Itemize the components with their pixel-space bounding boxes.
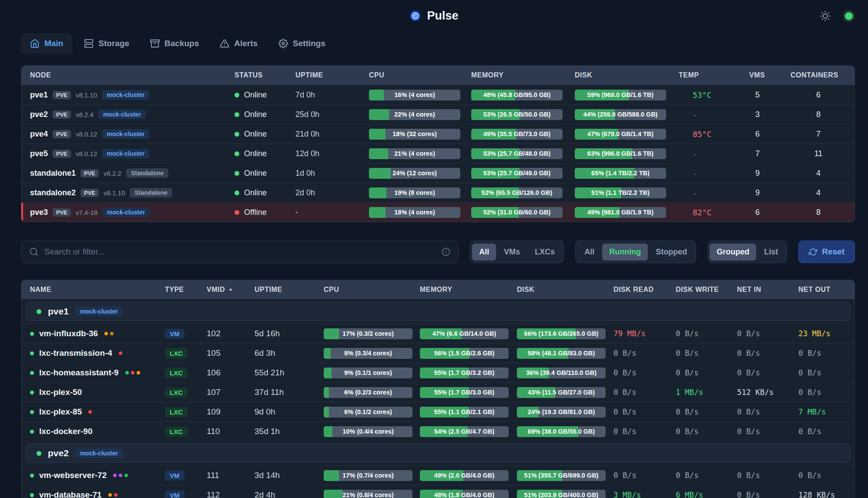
guest-disk-read: 0 B/s — [613, 349, 676, 358]
guests-col-header-type[interactable]: TYPE — [165, 286, 207, 294]
node-name-cell: standalone1PVEv8.2.2Standalone — [30, 168, 235, 178]
guest-net-in: 0 B/s — [737, 408, 798, 416]
nodes-col-header-disk[interactable]: DISK — [575, 71, 679, 79]
tab-storage[interactable]: Storage — [75, 33, 138, 53]
node-disk-bar: 65% (1.4 TB/2.2 TB) — [575, 168, 666, 179]
node-row[interactable]: pve2PVEv8.2.4mock-clusterOnline25d 0h22%… — [21, 104, 855, 124]
guest-disk-bar: 58% (48.1 GB/83.0 GB) — [517, 348, 606, 359]
tab-settings[interactable]: Settings — [269, 33, 335, 53]
tag-dot — [131, 371, 134, 374]
filter-type-lxcs[interactable]: LXCs — [528, 244, 562, 261]
node-row[interactable]: pve5PVEv8.0.12mock-clusterOnline12d 0h21… — [21, 144, 855, 163]
nodes-col-header-memory[interactable]: MEMORY — [471, 71, 575, 79]
guest-memory-bar: 55% (1.1 GB/2.1 GB) — [420, 407, 509, 418]
guest-net-in: 0 B/s — [737, 471, 798, 480]
guests-col-header-disk-write[interactable]: DISK WRITE — [676, 286, 737, 294]
guest-net-out: 128 KB/s — [798, 491, 846, 498]
reset-button[interactable]: Reset — [798, 241, 855, 263]
node-row[interactable]: pve4PVEv8.0.12mock-clusterOnline21d 0h18… — [21, 124, 855, 144]
node-row[interactable]: standalone2PVEv8.1.10StandaloneOnline2d … — [21, 183, 855, 202]
tab-alerts[interactable]: Alerts — [211, 33, 267, 53]
info-icon[interactable] — [442, 247, 450, 256]
nodes-col-header-temp[interactable]: TEMP — [679, 71, 749, 79]
app-logo: Pulse — [409, 9, 458, 23]
guest-name: vm-database-71 — [39, 490, 102, 498]
nodes-col-header-node[interactable]: NODE — [30, 71, 235, 79]
node-uptime: 7d 0h — [295, 90, 369, 100]
tag-dot — [124, 474, 128, 477]
node-row[interactable]: standalone1PVEv8.2.2StandaloneOnline1d 0… — [21, 163, 855, 183]
nodes-table-card: NODESTATUSUPTIMECPUMEMORYDISKTEMPVMSCONT… — [21, 65, 855, 222]
guest-memory-bar: 49% (2.0 GB/4.0 GB) — [420, 470, 509, 481]
guest-row[interactable]: lxc-transmission-4LXC1056d 3h8% (0.3/4 c… — [21, 343, 855, 363]
guest-name-cell: vm-webserver-72 — [30, 471, 165, 480]
guests-col-header-uptime[interactable]: UPTIME — [255, 286, 324, 294]
guest-name: lxc-transmission-4 — [39, 348, 112, 358]
guest-disk-write: 0 B/s — [676, 368, 737, 377]
nodes-col-header-cpu[interactable]: CPU — [369, 71, 471, 79]
nodes-table-header: NODESTATUSUPTIMECPUMEMORYDISKTEMPVMSCONT… — [21, 66, 855, 85]
node-containers-count: 4 — [791, 169, 846, 178]
filter-state-all[interactable]: All — [577, 244, 601, 261]
node-row[interactable]: pve1PVEv8.1.10mock-clusterOnline7d 0h16%… — [21, 85, 855, 104]
guest-row[interactable]: lxc-plex-85LXC1099d 0h6% (0.1/2 cores)55… — [21, 402, 855, 421]
nodes-col-header-vms[interactable]: VMS — [749, 71, 791, 79]
guest-disk-bar: 51% (355.7 GB/699.0 GB) — [517, 470, 606, 481]
guest-type-badge: VM — [165, 490, 184, 498]
guest-net-in: 0 B/s — [737, 427, 798, 436]
tab-label: Storage — [98, 39, 129, 48]
node-disk-bar: 49% (981.0 GB/1.9 TB) — [575, 207, 666, 218]
guests-col-header-disk[interactable]: DISK — [517, 286, 613, 294]
node-row[interactable]: pve3PVEv7.4-18mock-clusterOffline-18% (4… — [21, 202, 855, 222]
guest-vmid: 109 — [207, 407, 255, 417]
guest-row[interactable]: lxc-plex-50LXC10737d 11h6% (0.2/3 cores)… — [21, 382, 855, 402]
guest-row[interactable]: vm-webserver-72VM1113d 14h17% (0.7/4 cor… — [21, 465, 855, 485]
cluster-badge: mock-cluster — [102, 90, 149, 100]
node-memory-bar: 48% (45.8 GB/95.0 GB) — [471, 90, 563, 100]
guest-row[interactable]: vm-database-71VM1122d 4h21% (0.8/4 cores… — [21, 485, 855, 498]
guest-row[interactable]: lxc-homeassistant-9LXC10655d 21h9% (0.1/… — [21, 363, 855, 382]
guest-row[interactable]: lxc-docker-90LXC11035d 1h10% (0.4/4 core… — [21, 421, 855, 441]
node-group-header[interactable]: pve1mock-cluster — [26, 302, 850, 321]
nodes-col-header-uptime[interactable]: UPTIME — [295, 71, 369, 79]
filter-state-stopped[interactable]: Stopped — [649, 244, 694, 261]
guests-col-header-name[interactable]: NAME — [30, 286, 165, 294]
status-dot — [235, 151, 239, 156]
cluster-badge: mock-cluster — [98, 110, 146, 119]
view-mode-grouped[interactable]: Grouped — [710, 244, 756, 261]
node-vms-count: 9 — [749, 188, 791, 197]
nodes-col-header-containers[interactable]: CONTAINERS — [791, 71, 846, 79]
guest-row[interactable]: vm-influxdb-36VM1025d 16h17% (0.3/2 core… — [21, 324, 855, 343]
tab-backups[interactable]: Backups — [141, 33, 208, 53]
guests-col-header-disk-read[interactable]: DISK READ — [613, 286, 676, 294]
search-input[interactable] — [44, 247, 436, 257]
node-uptime: - — [295, 208, 369, 217]
node-version: v7.4-18 — [76, 209, 97, 216]
node-vms-count: 3 — [749, 110, 791, 119]
theme-toggle-button[interactable] — [820, 11, 831, 21]
filter-type-vms[interactable]: VMs — [497, 244, 527, 261]
tab-main[interactable]: Main — [21, 33, 72, 53]
filter-state-running[interactable]: Running — [602, 244, 648, 261]
guests-col-header-cpu[interactable]: CPU — [324, 286, 420, 294]
node-name: standalone1 — [30, 169, 76, 178]
guest-name-cell: lxc-transmission-4 — [30, 348, 165, 358]
guests-col-header-net-in[interactable]: NET IN — [737, 286, 798, 294]
node-containers-count: 11 — [791, 149, 846, 158]
node-group-header[interactable]: pve2mock-cluster — [26, 444, 850, 463]
sun-icon — [820, 11, 831, 21]
node-uptime: 25d 0h — [295, 110, 369, 119]
node-status: Online — [235, 149, 295, 158]
filter-type-all[interactable]: All — [472, 244, 496, 261]
node-status: Online — [235, 169, 295, 178]
guests-col-header-vmid[interactable]: VMID — [207, 286, 255, 294]
view-mode-list[interactable]: List — [757, 244, 785, 261]
guests-col-header-memory[interactable]: MEMORY — [420, 286, 517, 294]
guest-memory-bar: 54% (2.5 GB/4.7 GB) — [420, 426, 509, 437]
nodes-col-header-status[interactable]: STATUS — [235, 71, 295, 79]
node-name-cell: pve2PVEv8.2.4mock-cluster — [30, 110, 235, 119]
guest-type-badge: LXC — [165, 368, 188, 378]
main-content: NODESTATUSUPTIMECPUMEMORYDISKTEMPVMSCONT… — [0, 65, 868, 498]
guests-col-header-net-out[interactable]: NET OUT — [798, 286, 846, 294]
guest-type-badge: LXC — [165, 407, 188, 417]
